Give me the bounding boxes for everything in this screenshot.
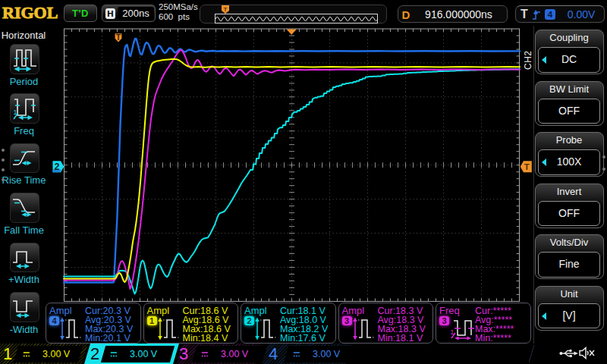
svg-text:1: 1 xyxy=(451,328,454,336)
svg-text:2: 2 xyxy=(55,162,60,172)
svg-text:T: T xyxy=(524,162,530,171)
svg-text:T: T xyxy=(116,33,121,42)
